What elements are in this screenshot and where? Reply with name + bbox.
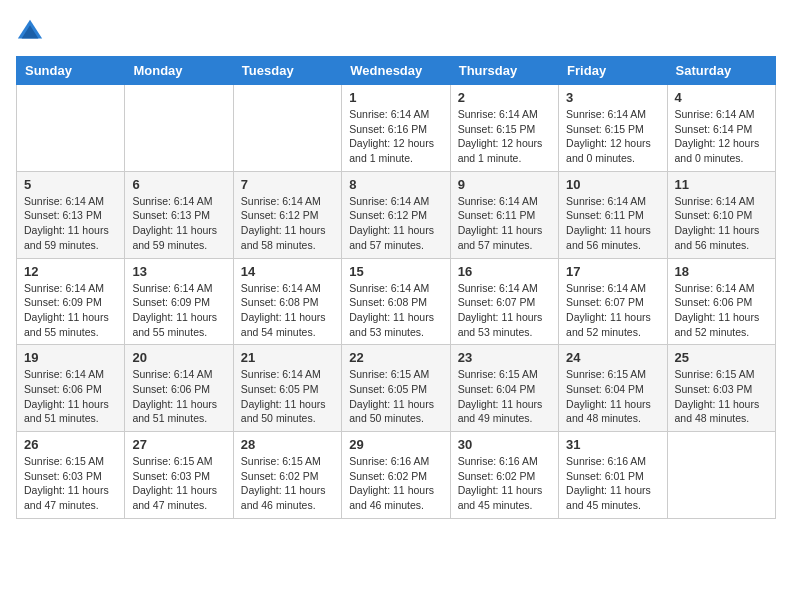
day-cell: [667, 432, 775, 519]
calendar-header: SundayMondayTuesdayWednesdayThursdayFrid…: [17, 57, 776, 85]
header-day-thursday: Thursday: [450, 57, 558, 85]
day-cell: 9Sunrise: 6:14 AMSunset: 6:11 PMDaylight…: [450, 171, 558, 258]
day-info: Sunrise: 6:14 AMSunset: 6:12 PMDaylight:…: [349, 194, 442, 253]
day-info: Sunrise: 6:14 AMSunset: 6:10 PMDaylight:…: [675, 194, 768, 253]
header-day-wednesday: Wednesday: [342, 57, 450, 85]
day-info: Sunrise: 6:15 AMSunset: 6:03 PMDaylight:…: [24, 454, 117, 513]
header-day-saturday: Saturday: [667, 57, 775, 85]
day-cell: 25Sunrise: 6:15 AMSunset: 6:03 PMDayligh…: [667, 345, 775, 432]
day-info: Sunrise: 6:15 AMSunset: 6:04 PMDaylight:…: [566, 367, 659, 426]
day-cell: 1Sunrise: 6:14 AMSunset: 6:16 PMDaylight…: [342, 85, 450, 172]
header-day-sunday: Sunday: [17, 57, 125, 85]
day-number: 24: [566, 350, 659, 365]
day-cell: 7Sunrise: 6:14 AMSunset: 6:12 PMDaylight…: [233, 171, 341, 258]
day-cell: 22Sunrise: 6:15 AMSunset: 6:05 PMDayligh…: [342, 345, 450, 432]
day-number: 16: [458, 264, 551, 279]
day-number: 11: [675, 177, 768, 192]
day-cell: 8Sunrise: 6:14 AMSunset: 6:12 PMDaylight…: [342, 171, 450, 258]
day-number: 20: [132, 350, 225, 365]
day-cell: 30Sunrise: 6:16 AMSunset: 6:02 PMDayligh…: [450, 432, 558, 519]
day-info: Sunrise: 6:15 AMSunset: 6:04 PMDaylight:…: [458, 367, 551, 426]
day-number: 3: [566, 90, 659, 105]
day-number: 27: [132, 437, 225, 452]
day-number: 17: [566, 264, 659, 279]
calendar-body: 1Sunrise: 6:14 AMSunset: 6:16 PMDaylight…: [17, 85, 776, 519]
header-day-tuesday: Tuesday: [233, 57, 341, 85]
day-cell: 26Sunrise: 6:15 AMSunset: 6:03 PMDayligh…: [17, 432, 125, 519]
day-cell: 10Sunrise: 6:14 AMSunset: 6:11 PMDayligh…: [559, 171, 667, 258]
day-number: 26: [24, 437, 117, 452]
week-row-1: 1Sunrise: 6:14 AMSunset: 6:16 PMDaylight…: [17, 85, 776, 172]
day-cell: 3Sunrise: 6:14 AMSunset: 6:15 PMDaylight…: [559, 85, 667, 172]
day-number: 21: [241, 350, 334, 365]
header-day-monday: Monday: [125, 57, 233, 85]
day-info: Sunrise: 6:14 AMSunset: 6:06 PMDaylight:…: [675, 281, 768, 340]
day-cell: 16Sunrise: 6:14 AMSunset: 6:07 PMDayligh…: [450, 258, 558, 345]
day-cell: 12Sunrise: 6:14 AMSunset: 6:09 PMDayligh…: [17, 258, 125, 345]
day-cell: 15Sunrise: 6:14 AMSunset: 6:08 PMDayligh…: [342, 258, 450, 345]
day-number: 13: [132, 264, 225, 279]
day-info: Sunrise: 6:14 AMSunset: 6:16 PMDaylight:…: [349, 107, 442, 166]
day-number: 28: [241, 437, 334, 452]
day-info: Sunrise: 6:14 AMSunset: 6:09 PMDaylight:…: [132, 281, 225, 340]
day-number: 8: [349, 177, 442, 192]
day-info: Sunrise: 6:16 AMSunset: 6:02 PMDaylight:…: [349, 454, 442, 513]
day-info: Sunrise: 6:14 AMSunset: 6:06 PMDaylight:…: [132, 367, 225, 426]
day-number: 10: [566, 177, 659, 192]
day-cell: 18Sunrise: 6:14 AMSunset: 6:06 PMDayligh…: [667, 258, 775, 345]
day-info: Sunrise: 6:14 AMSunset: 6:11 PMDaylight:…: [458, 194, 551, 253]
day-number: 29: [349, 437, 442, 452]
day-cell: 21Sunrise: 6:14 AMSunset: 6:05 PMDayligh…: [233, 345, 341, 432]
header-row: SundayMondayTuesdayWednesdayThursdayFrid…: [17, 57, 776, 85]
day-cell: 24Sunrise: 6:15 AMSunset: 6:04 PMDayligh…: [559, 345, 667, 432]
day-cell: 4Sunrise: 6:14 AMSunset: 6:14 PMDaylight…: [667, 85, 775, 172]
week-row-3: 12Sunrise: 6:14 AMSunset: 6:09 PMDayligh…: [17, 258, 776, 345]
day-info: Sunrise: 6:15 AMSunset: 6:05 PMDaylight:…: [349, 367, 442, 426]
day-cell: 29Sunrise: 6:16 AMSunset: 6:02 PMDayligh…: [342, 432, 450, 519]
day-info: Sunrise: 6:15 AMSunset: 6:03 PMDaylight:…: [675, 367, 768, 426]
day-info: Sunrise: 6:14 AMSunset: 6:15 PMDaylight:…: [566, 107, 659, 166]
week-row-2: 5Sunrise: 6:14 AMSunset: 6:13 PMDaylight…: [17, 171, 776, 258]
day-cell: 27Sunrise: 6:15 AMSunset: 6:03 PMDayligh…: [125, 432, 233, 519]
day-cell: 19Sunrise: 6:14 AMSunset: 6:06 PMDayligh…: [17, 345, 125, 432]
day-info: Sunrise: 6:15 AMSunset: 6:03 PMDaylight:…: [132, 454, 225, 513]
day-number: 18: [675, 264, 768, 279]
week-row-5: 26Sunrise: 6:15 AMSunset: 6:03 PMDayligh…: [17, 432, 776, 519]
day-cell: [17, 85, 125, 172]
day-info: Sunrise: 6:15 AMSunset: 6:02 PMDaylight:…: [241, 454, 334, 513]
day-number: 6: [132, 177, 225, 192]
day-cell: 13Sunrise: 6:14 AMSunset: 6:09 PMDayligh…: [125, 258, 233, 345]
day-number: 31: [566, 437, 659, 452]
day-info: Sunrise: 6:14 AMSunset: 6:15 PMDaylight:…: [458, 107, 551, 166]
day-number: 25: [675, 350, 768, 365]
day-number: 2: [458, 90, 551, 105]
day-info: Sunrise: 6:14 AMSunset: 6:06 PMDaylight:…: [24, 367, 117, 426]
day-info: Sunrise: 6:14 AMSunset: 6:08 PMDaylight:…: [241, 281, 334, 340]
day-info: Sunrise: 6:14 AMSunset: 6:13 PMDaylight:…: [24, 194, 117, 253]
day-number: 15: [349, 264, 442, 279]
day-cell: 14Sunrise: 6:14 AMSunset: 6:08 PMDayligh…: [233, 258, 341, 345]
day-info: Sunrise: 6:14 AMSunset: 6:13 PMDaylight:…: [132, 194, 225, 253]
day-number: 30: [458, 437, 551, 452]
day-cell: 6Sunrise: 6:14 AMSunset: 6:13 PMDaylight…: [125, 171, 233, 258]
day-number: 12: [24, 264, 117, 279]
page-header: [16, 16, 776, 44]
day-cell: 17Sunrise: 6:14 AMSunset: 6:07 PMDayligh…: [559, 258, 667, 345]
day-number: 22: [349, 350, 442, 365]
header-day-friday: Friday: [559, 57, 667, 85]
day-info: Sunrise: 6:16 AMSunset: 6:01 PMDaylight:…: [566, 454, 659, 513]
day-number: 5: [24, 177, 117, 192]
day-number: 7: [241, 177, 334, 192]
day-info: Sunrise: 6:14 AMSunset: 6:05 PMDaylight:…: [241, 367, 334, 426]
day-cell: 31Sunrise: 6:16 AMSunset: 6:01 PMDayligh…: [559, 432, 667, 519]
day-info: Sunrise: 6:14 AMSunset: 6:07 PMDaylight:…: [566, 281, 659, 340]
day-number: 1: [349, 90, 442, 105]
day-number: 9: [458, 177, 551, 192]
day-info: Sunrise: 6:14 AMSunset: 6:07 PMDaylight:…: [458, 281, 551, 340]
day-cell: 23Sunrise: 6:15 AMSunset: 6:04 PMDayligh…: [450, 345, 558, 432]
day-number: 4: [675, 90, 768, 105]
logo: [16, 16, 48, 44]
day-cell: 28Sunrise: 6:15 AMSunset: 6:02 PMDayligh…: [233, 432, 341, 519]
day-cell: [125, 85, 233, 172]
day-number: 23: [458, 350, 551, 365]
